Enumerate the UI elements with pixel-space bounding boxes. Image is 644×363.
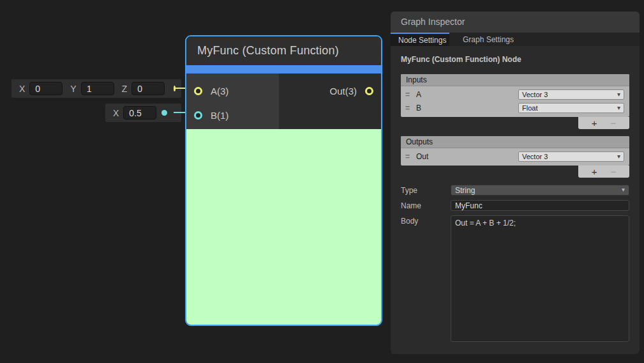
name-field-row: Name: [401, 200, 629, 211]
drag-handle-icon[interactable]: =: [405, 104, 416, 112]
body-field-row: Body Out = A + B + 1/2;: [401, 215, 629, 342]
output-row-out[interactable]: = Out Vector 3 ▾: [401, 150, 629, 163]
type-dropdown[interactable]: String ▾: [451, 185, 629, 196]
chevron-down-icon: ▾: [617, 91, 620, 98]
inspector-tab-bar: Node Settings Graph Settings: [391, 33, 640, 46]
port-b-label: B(1): [211, 110, 228, 121]
tab-graph-settings[interactable]: Graph Settings: [449, 33, 527, 46]
y-field[interactable]: [81, 82, 114, 95]
input-a-name: A: [416, 90, 518, 99]
input-b-type-dropdown[interactable]: Float ▾: [518, 103, 624, 113]
add-output-button[interactable]: +: [592, 167, 597, 176]
input-b-type-value: Float: [522, 104, 537, 112]
chevron-down-icon: ▾: [622, 186, 625, 193]
x-field[interactable]: [29, 82, 63, 95]
inputs-footer-buttons: + −: [578, 117, 629, 129]
name-input[interactable]: [451, 200, 629, 211]
body-label: Body: [401, 215, 451, 342]
body-textarea[interactable]: Out = A + B + 1/2;: [451, 215, 629, 342]
remove-output-button[interactable]: −: [610, 167, 616, 176]
graph-inspector-panel: Graph Inspector Node Settings Graph Sett…: [391, 12, 640, 354]
chevron-down-icon: ▾: [617, 153, 620, 160]
port-a-icon[interactable]: [194, 87, 202, 95]
inspector-content: MyFunc (Custom Function) Node Inputs = A…: [391, 46, 640, 342]
input-b-name: B: [416, 104, 518, 112]
node-preview: [186, 129, 381, 325]
port-out-label: Out(3): [329, 86, 357, 97]
outputs-footer: + −: [401, 166, 629, 178]
type-field-row: Type String ▾: [401, 185, 629, 196]
outputs-rows: = Out Vector 3 ▾: [401, 148, 629, 166]
inputs-footer: + −: [401, 117, 629, 129]
x-field-label: X: [19, 84, 25, 94]
outputs-section: Outputs = Out Vector 3 ▾: [401, 136, 629, 166]
edge-anchor-dot-float[interactable]: [161, 110, 167, 116]
node-title: MyFunc (Custom Function): [186, 36, 381, 65]
type-value: String: [455, 186, 475, 195]
node-accent-bar: [186, 65, 381, 73]
tab-node-settings[interactable]: Node Settings: [391, 33, 449, 46]
drag-handle-icon[interactable]: =: [405, 152, 416, 161]
input-port-a[interactable]: A(3): [194, 86, 228, 97]
input-row-a[interactable]: = A Vector 3 ▾: [401, 88, 629, 101]
output-out-type-dropdown[interactable]: Vector 3 ▾: [518, 151, 624, 162]
custom-function-node[interactable]: MyFunc (Custom Function) A(3) B(1) Out(3…: [185, 35, 382, 326]
z-field-label: Z: [122, 84, 128, 94]
inspector-title: Graph Inspector: [391, 12, 640, 33]
port-a-label: A(3): [211, 86, 228, 97]
add-input-button[interactable]: +: [592, 118, 597, 128]
port-b-icon[interactable]: [194, 111, 202, 120]
type-label: Type: [401, 185, 451, 196]
z-field[interactable]: [131, 82, 165, 95]
float-input-widget: X: [105, 104, 181, 122]
inputs-rows: = A Vector 3 ▾ = B Float ▾: [401, 86, 629, 117]
output-port-out[interactable]: Out(3): [329, 86, 373, 97]
drag-handle-icon[interactable]: =: [405, 90, 416, 99]
input-row-b[interactable]: = B Float ▾: [401, 101, 629, 114]
vector3-input-widget: X Y Z: [11, 79, 181, 98]
float-x-field-label: X: [113, 108, 119, 118]
y-field-label: Y: [70, 84, 76, 94]
remove-input-button[interactable]: −: [610, 118, 616, 128]
float-x-field[interactable]: [123, 106, 156, 120]
inputs-section-title: Inputs: [401, 74, 629, 86]
inputs-section: Inputs = A Vector 3 ▾ = B Float ▾: [401, 74, 629, 117]
input-a-type-value: Vector 3: [522, 91, 548, 98]
output-out-name: Out: [416, 152, 518, 161]
input-a-type-dropdown[interactable]: Vector 3 ▾: [518, 89, 624, 100]
chevron-down-icon: ▾: [617, 104, 620, 111]
input-port-b[interactable]: B(1): [194, 110, 228, 121]
node-port-area: A(3) B(1) Out(3): [186, 73, 381, 129]
outputs-section-title: Outputs: [401, 136, 629, 148]
output-out-type-value: Vector 3: [522, 153, 548, 160]
node-heading: MyFunc (Custom Function) Node: [401, 55, 629, 64]
name-label: Name: [401, 200, 451, 211]
port-out-icon[interactable]: [365, 87, 373, 95]
outputs-footer-buttons: + −: [578, 166, 629, 178]
